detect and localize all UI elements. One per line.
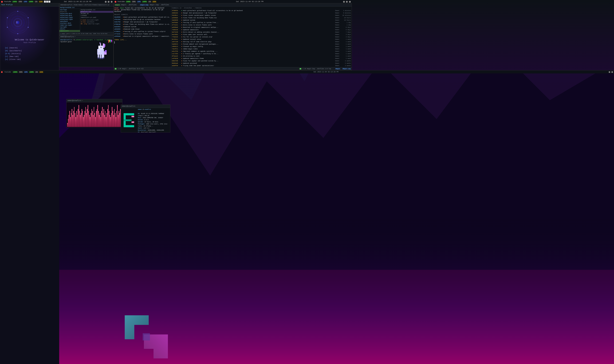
svg-rect-35 xyxy=(98,57,99,59)
statusbar2-right: ⬤ ⬤ ⬤ xyxy=(343,1,352,3)
git-statusbar-left: ⬤ 1.8k magit: .dotfiles 32:0 All xyxy=(114,68,299,70)
neofetch-separator: ------------------- xyxy=(138,111,169,113)
pokemon-color-indicator xyxy=(108,40,112,43)
list-item[interactable]: twilight xyxy=(59,26,80,28)
qute-menu-item-newtab[interactable]: [t] [New tab] xyxy=(5,55,22,58)
bottom-sb-center: Sat 2023-11-04 02:13:20 PM xyxy=(45,71,607,73)
b-tag-1: 100% xyxy=(13,71,18,73)
status-tag-6: 11% xyxy=(39,1,43,2)
git-log-item: df4eee5 ● 3d printing is cool Emmet 1 we… xyxy=(172,55,351,57)
recent-commits-list: dee0888 ●main gitea/main gitlab/main git… xyxy=(114,16,170,38)
git-log-item: 53c05cc ● Fixes recent qutebrowser updat… xyxy=(172,14,351,17)
viz-bar xyxy=(99,115,100,127)
list-item[interactable]: ubuntu xyxy=(59,28,80,30)
git-log-list: 3fab63e ● main gitea/main github/main Fi… xyxy=(172,10,351,70)
commit-item: dee0888 ●main gitea/main gitlab/main git… xyxy=(114,16,170,19)
list-item[interactable]: LICENSE xyxy=(80,15,113,17)
svg-line-14 xyxy=(7,27,18,34)
list-item[interactable]: selenized-light xyxy=(59,19,80,20)
s2-tag-4: 100% xyxy=(142,1,147,2)
svg-rect-82 xyxy=(132,121,134,123)
top-statusbar: ⬤ Youtube 100% 59% 10% 100% 1% 11% ⬜⬜⬜ S… xyxy=(0,0,113,3)
viz-bar xyxy=(100,117,101,127)
git-head-info: Head: main Fixed all screenshots to be o… xyxy=(114,7,170,13)
list-item[interactable]: spaceback xyxy=(59,20,80,22)
qute-menu-item-closetab[interactable]: [x] [Close tab] xyxy=(5,58,22,61)
qute-menu: [o] [Search] [b] [Quickmarks] [S-h] [His… xyxy=(5,46,22,61)
pokemon-content: emmet@snowfire:~$ pokemon-colorscripts -… xyxy=(59,39,113,67)
filemgr-path: background256.txt xyxy=(59,7,113,9)
viz-bar xyxy=(107,113,107,127)
commit-item: a950d60 ●Removed some bloat xyxy=(114,28,170,30)
b-tag-5: 1% xyxy=(35,71,38,73)
list-item[interactable]: README.md xyxy=(80,13,113,15)
b-tag-2: 59% xyxy=(19,71,23,73)
viz-bar xyxy=(98,111,99,127)
list-item[interactable]: polarity xyxy=(59,11,80,13)
neofetch-info-panel: emmet @ snowfire ------------------- OS:… xyxy=(137,108,170,132)
git-log-item: 770e546 ● Fix for nix parser on install.… xyxy=(172,36,351,38)
list-item-selected[interactable]: uwwunicorn xyxy=(59,30,80,32)
svg-rect-40 xyxy=(101,47,101,48)
git-title-right: magit-log magit-log: .dotfiles xyxy=(140,4,169,6)
s2-tag-5: 1% xyxy=(148,1,151,2)
statusbar-left-content: ⬤ Youtube 100% 59% 10% 100% 1% 11% ⬜⬜⬜ xyxy=(0,1,51,3)
viz-bar xyxy=(112,111,113,127)
git-log-item: 73e4f21 ● Added magit-todos Emmet 1 week xyxy=(172,48,351,50)
list-item-selected[interactable]: polarity.txt xyxy=(80,11,113,13)
git-log-item: c1c7253 ● I finally got agenda + syncthi… xyxy=(172,53,351,55)
viz-bar xyxy=(84,115,84,127)
neofetch-host: Host: ASUS COMPUTER INC. GX302Y xyxy=(138,117,169,119)
neofetch-window: emmet@snowfire emmet @ snowfire --- xyxy=(121,104,170,132)
git-log-item: c006513 ● Cleaned up magit config Emmet … xyxy=(172,46,351,48)
git-status-panel: Head: main Fixed all screenshots to be o… xyxy=(114,7,171,70)
bar xyxy=(109,40,110,42)
list-item[interactable]: ald-hope xyxy=(59,9,80,11)
viz-bar xyxy=(105,111,106,127)
list-item[interactable]: background256.txt xyxy=(80,9,113,11)
neofetch-logo xyxy=(121,108,137,132)
viz-bar xyxy=(100,113,100,127)
git-statusbar: ⬤ 1.8k magit: .dotfiles 32:0 All ⬤ 1.1k … xyxy=(114,67,352,70)
viz-bar xyxy=(88,111,89,127)
filemgr-statusbar: 1 emmet users 5 2023-11-04 14:05 5280 su… xyxy=(59,32,113,35)
neofetch-os: OS: NixOS 23.11.20231102.7a088ad (Tapir)… xyxy=(138,113,169,117)
list-item[interactable]: uwwunicorn-yt.yaml xyxy=(80,17,113,19)
list-item[interactable]: selenized-dark xyxy=(59,13,80,15)
git-window: magit magit: .dotfiles magit-log magit-l… xyxy=(113,3,352,70)
viz-bar xyxy=(116,117,116,127)
visualizer-titlebar: emmet@snowfire:~ xyxy=(67,99,122,102)
viz-bar xyxy=(102,107,103,127)
bottom-sb-left: ⬤ Youtube 100% 59% 10% 100% 1% 11% xyxy=(1,71,43,73)
qute-menu-item-search[interactable]: [o] [Search] xyxy=(5,46,22,49)
viz-bar xyxy=(70,111,70,127)
commit-item: 6750031 ●Testing if auto-cpufreq is syst… xyxy=(114,30,170,33)
git-recent-commits-label: Recent commits xyxy=(114,14,170,15)
list-item[interactable]: selenized-light xyxy=(59,17,80,19)
git-log-item: 04c55b2 ● Fixes qemu user session uefi E… xyxy=(172,34,351,36)
neofetch-packages: Packages: 1303 (nix-user), 2762 (nix-roo… xyxy=(138,123,169,127)
svg-rect-37 xyxy=(101,58,103,59)
viz-bar xyxy=(112,107,112,127)
list-item[interactable]: selenized-dark xyxy=(59,15,80,17)
viz-bar xyxy=(69,115,69,127)
viz-bar xyxy=(114,109,115,127)
viz-bar xyxy=(85,107,86,127)
list-item[interactable]: tomorrow-night xyxy=(59,24,80,26)
datetime-top: Sat 2023-11-04 02:13:20 PM xyxy=(64,1,91,2)
list-item: F-lock starized-light xyxy=(80,19,113,21)
bar xyxy=(110,40,111,43)
bottom-statusbar: ⬤ Youtube 100% 59% 10% 100% 1% 11% Sat 2… xyxy=(0,70,614,73)
emacs-logo-large xyxy=(121,313,172,361)
svg-rect-38 xyxy=(103,57,104,59)
git-log-item: 5a6b013 ● Pinned embark and reorganized … xyxy=(172,43,351,46)
list-item[interactable]: stardust-dark xyxy=(59,22,80,24)
pokemon-title-text: emmet@snowfire:~ xyxy=(60,36,76,38)
svg-rect-45 xyxy=(98,50,100,52)
viz-bar xyxy=(79,111,80,127)
qutebrowser-content: D Welcome to Qutebrowser Tech Profile [o… xyxy=(0,7,59,73)
viz-bar xyxy=(90,117,90,127)
qute-menu-item-quickmarks[interactable]: [b] [Quickmarks] xyxy=(5,49,22,52)
qute-menu-item-history[interactable]: [S-h] [History] xyxy=(5,52,22,55)
separator-icon: ⬜⬜⬜ xyxy=(44,1,51,3)
